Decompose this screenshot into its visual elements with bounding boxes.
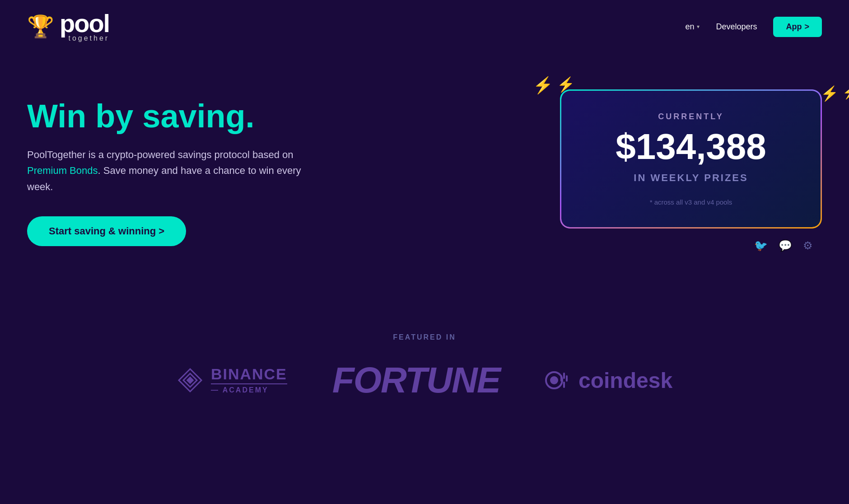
- lightning-orange-icon: ⚡: [533, 76, 553, 95]
- hero-left: Win by saving. PoolTogether is a crypto-…: [27, 80, 307, 246]
- svg-rect-8: [563, 382, 565, 388]
- lightning-decorations-right: ⚡ ⚡: [821, 85, 849, 102]
- description-start: PoolTogether is a crypto-powered savings…: [27, 149, 293, 160]
- app-button[interactable]: App >: [773, 17, 822, 37]
- twitter-icon[interactable]: 🐦: [754, 239, 768, 252]
- app-label: App: [786, 22, 802, 32]
- prize-card-wrapper: CURRENTLY $134,388 IN WEEKLY PRIZES * ac…: [560, 89, 822, 229]
- hero-description: PoolTogether is a crypto-powered savings…: [27, 147, 307, 195]
- lightning-teal-right-icon: ⚡: [821, 85, 839, 102]
- binance-logo: BINANCE — ACADEMY: [177, 366, 287, 394]
- nav-right: en ▾ Developers App >: [685, 17, 822, 37]
- developers-link[interactable]: Developers: [716, 22, 757, 32]
- coindesk-text: coindesk: [578, 368, 672, 393]
- logo-together: together: [60, 34, 109, 42]
- cta-button[interactable]: Start saving & winning >: [27, 216, 186, 246]
- logo-area: 🏆 pool together: [27, 11, 109, 42]
- svg-rect-6: [560, 375, 562, 382]
- binance-academy-label: — ACADEMY: [211, 383, 287, 394]
- social-icons: 🐦 💬 ⚙: [560, 239, 822, 252]
- coindesk-logo: coindesk: [545, 368, 672, 393]
- trophy-icon: 🏆: [27, 14, 54, 39]
- hero-headline: Win by saving.: [27, 98, 307, 134]
- featured-logos: BINANCE — ACADEMY FORTUNE coindesk: [27, 359, 822, 401]
- binance-icon: [177, 367, 204, 394]
- fortune-logo: FORTUNE: [332, 359, 500, 401]
- fortune-text: FORTUNE: [332, 360, 500, 400]
- featured-label: FEATURED IN: [27, 333, 822, 341]
- logo-text: pool together: [60, 11, 109, 42]
- chevron-down-icon: ▾: [697, 23, 700, 30]
- navbar: 🏆 pool together en ▾ Developers App >: [0, 0, 849, 53]
- premium-bonds-link[interactable]: Premium Bonds: [27, 165, 98, 176]
- svg-rect-7: [566, 375, 568, 382]
- binance-text: BINANCE — ACADEMY: [211, 366, 287, 394]
- lang-label: en: [685, 22, 694, 32]
- hero-right: ⚡ ⚡ ⚡ ⚡ CURRENTLY $134,388 IN WEEKLY PRI…: [560, 89, 822, 252]
- svg-point-4: [550, 376, 558, 384]
- github-icon[interactable]: ⚙: [803, 239, 813, 252]
- lang-selector[interactable]: en ▾: [685, 22, 700, 32]
- app-chevron-icon: >: [804, 22, 809, 32]
- lightning-yellow-icon: ⚡: [842, 85, 849, 102]
- coindesk-icon: [545, 369, 572, 392]
- binance-name: BINANCE: [211, 366, 287, 382]
- svg-rect-2: [186, 377, 194, 384]
- featured-section: FEATURED IN BINANCE — ACADEMY FORTUNE: [0, 324, 849, 428]
- svg-rect-5: [563, 373, 565, 379]
- card-border-gradient: [560, 89, 822, 229]
- hero-section: Win by saving. PoolTogether is a crypto-…: [0, 53, 849, 324]
- discord-icon[interactable]: 💬: [779, 239, 792, 252]
- logo-pool: pool: [60, 11, 109, 36]
